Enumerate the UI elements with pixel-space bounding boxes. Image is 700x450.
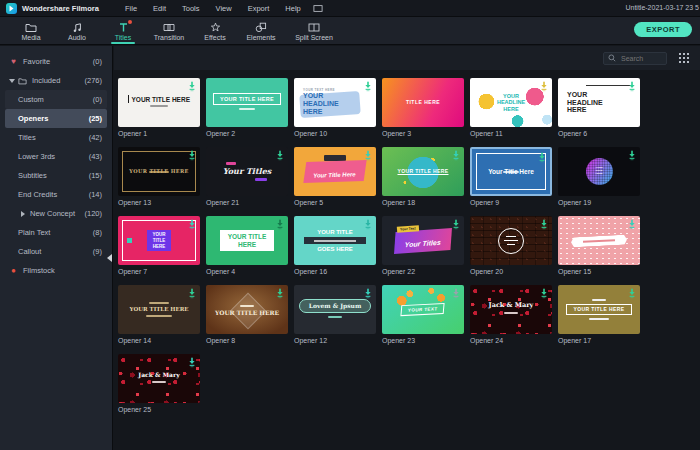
menu-view[interactable]: View bbox=[208, 4, 240, 13]
thumb-opener-20[interactable] bbox=[470, 216, 552, 265]
thumb-opener-12[interactable]: Lovem & Jpsum bbox=[294, 285, 376, 334]
expand-down-icon[interactable] bbox=[9, 79, 15, 86]
sidebar-item-included[interactable]: Included(276) bbox=[5, 71, 107, 90]
tab-effects[interactable]: Effects bbox=[192, 22, 238, 44]
thumb-opener-22[interactable]: Your TextYour Titles bbox=[382, 216, 464, 265]
tab-transition[interactable]: Transition bbox=[146, 22, 192, 44]
download-icon[interactable] bbox=[188, 81, 196, 92]
thumb-title-text: Your Title Here bbox=[313, 171, 356, 178]
thumb-opener-2[interactable]: YOUR TITLE HERE bbox=[206, 78, 288, 127]
template-cell: Opener 15 bbox=[558, 216, 640, 275]
search-box[interactable] bbox=[603, 52, 667, 65]
thumb-opener-18[interactable]: YOUR TITLE HERE bbox=[382, 147, 464, 196]
thumb-opener-5[interactable]: Your Title Here bbox=[294, 147, 376, 196]
thumb-opener-10[interactable]: YOUR TEXT HEREYOURHEADLINEHERE bbox=[294, 78, 376, 127]
download-icon[interactable] bbox=[188, 219, 196, 230]
menu-tools[interactable]: Tools bbox=[174, 4, 208, 13]
thumb-opener-6[interactable]: YOURHEADLINEHERE bbox=[558, 78, 640, 127]
menu-bar: Wondershare Filmora FileEditToolsViewExp… bbox=[0, 0, 700, 17]
sidebar-item-titles[interactable]: Titles(42) bbox=[5, 128, 107, 147]
thumb-opener-9[interactable]: Your Title Here bbox=[470, 147, 552, 196]
download-icon[interactable] bbox=[628, 219, 636, 230]
expand-right-icon[interactable] bbox=[21, 211, 28, 217]
category-count: (9) bbox=[93, 247, 102, 256]
sidebar-item-favorite[interactable]: ♥Favorite(0) bbox=[5, 52, 107, 71]
tab-audio[interactable]: Audio bbox=[54, 22, 100, 44]
download-icon[interactable] bbox=[188, 357, 196, 368]
category-count: (276) bbox=[84, 76, 102, 85]
thumb-opener-16[interactable]: YOUR TITLEGOES HERE bbox=[294, 216, 376, 265]
grid-view-icon[interactable] bbox=[679, 53, 690, 64]
download-icon[interactable] bbox=[540, 288, 548, 299]
thumb-opener-17[interactable]: YOUR TITLE HERE bbox=[558, 285, 640, 334]
export-button[interactable]: EXPORT bbox=[634, 22, 692, 37]
tab-elements[interactable]: Elements bbox=[238, 22, 284, 44]
sidebar-item-end-credits[interactable]: End Credits(14) bbox=[5, 185, 107, 204]
download-icon[interactable] bbox=[540, 81, 548, 92]
template-cell: YOURTITLEHEREOpener 7 bbox=[118, 216, 200, 275]
thumb-title-text: Jack & Mary bbox=[138, 372, 179, 379]
thumb-title-text: TITLE bbox=[153, 238, 166, 243]
menu-help[interactable]: Help bbox=[277, 4, 308, 13]
tab-split-screen[interactable]: Split Screen bbox=[284, 22, 344, 44]
panel-header bbox=[114, 46, 700, 70]
thumb-opener-4[interactable]: YOUR TITLEHERE bbox=[206, 216, 288, 265]
thumb-opener-8[interactable]: YOUR TITLE HERE bbox=[206, 285, 288, 334]
sidebar-item-subtitles[interactable]: Subtitles(15) bbox=[5, 166, 107, 185]
thumb-opener-14[interactable]: YOUR TITLE HERE bbox=[118, 285, 200, 334]
sidebar-collapse-icon[interactable] bbox=[107, 254, 112, 262]
download-icon[interactable] bbox=[188, 150, 196, 161]
thumb-opener-19[interactable]: YOURTITLEHERE bbox=[558, 147, 640, 196]
category-label: Plain Text bbox=[18, 228, 50, 237]
title-frame: YOUR TEXT bbox=[401, 303, 446, 316]
menu-edit[interactable]: Edit bbox=[145, 4, 174, 13]
download-icon[interactable] bbox=[364, 219, 372, 230]
sidebar-item-callout[interactable]: Callout(9) bbox=[5, 242, 107, 261]
template-cell: Your TitlesOpener 21 bbox=[206, 147, 288, 206]
sidebar-item-new-concept[interactable]: New Concept(120) bbox=[5, 204, 107, 223]
download-icon[interactable] bbox=[452, 288, 460, 299]
thumb-opener-13[interactable]: YOUR TITLE HERE bbox=[118, 147, 200, 196]
tab-titles[interactable]: Titles bbox=[100, 22, 146, 44]
thumb-opener-23[interactable]: YOUR TEXT bbox=[382, 285, 464, 334]
download-icon[interactable] bbox=[276, 219, 284, 230]
category-label: Titles bbox=[18, 133, 36, 142]
template-cell: TITLE HEREOpener 3 bbox=[382, 78, 464, 137]
thumb-opener-24[interactable]: Jack & Mary bbox=[470, 285, 552, 334]
template-label: Opener 6 bbox=[558, 130, 640, 137]
download-icon[interactable] bbox=[628, 150, 636, 161]
thumb-opener-11[interactable]: YOURHEADLINEHERE bbox=[470, 78, 552, 127]
download-icon[interactable] bbox=[538, 152, 546, 163]
download-icon[interactable] bbox=[364, 150, 372, 161]
template-label: Opener 20 bbox=[470, 268, 552, 275]
thumb-opener-3[interactable]: TITLE HERE bbox=[382, 78, 464, 127]
download-icon[interactable] bbox=[452, 219, 460, 230]
download-icon[interactable] bbox=[364, 288, 372, 299]
thumb-opener-1[interactable]: YOUR TITLE HERE bbox=[118, 78, 200, 127]
thumb-opener-7[interactable]: YOURTITLEHERE bbox=[118, 216, 200, 265]
sidebar-item-openers[interactable]: Openers(25) bbox=[5, 109, 107, 128]
menu-export[interactable]: Export bbox=[240, 4, 278, 13]
thumb-opener-15[interactable] bbox=[558, 216, 640, 265]
download-icon[interactable] bbox=[276, 288, 284, 299]
download-icon[interactable] bbox=[188, 288, 196, 299]
sidebar-item-custom[interactable]: Custom(0) bbox=[5, 90, 107, 109]
thumb-opener-21[interactable]: Your Titles bbox=[206, 147, 288, 196]
workspace-icon[interactable] bbox=[313, 4, 323, 13]
document-title: Untitle-2021-03-17 23 5 bbox=[625, 4, 699, 11]
tab-label: Media bbox=[21, 34, 40, 41]
download-icon[interactable] bbox=[364, 81, 372, 92]
sidebar-item-filmstock[interactable]: ●Filmstock bbox=[5, 261, 107, 280]
vintage-emblem-icon bbox=[498, 228, 524, 254]
sidebar-item-lower-3rds[interactable]: Lower 3rds(43) bbox=[5, 147, 107, 166]
tab-media[interactable]: Media bbox=[8, 22, 54, 44]
download-icon[interactable] bbox=[276, 150, 284, 161]
download-icon[interactable] bbox=[628, 81, 636, 92]
thumb-opener-25[interactable]: Jack & Mary bbox=[118, 354, 200, 403]
download-icon[interactable] bbox=[628, 288, 636, 299]
download-icon[interactable] bbox=[452, 150, 460, 161]
menu-file[interactable]: File bbox=[117, 4, 145, 13]
download-icon[interactable] bbox=[540, 219, 548, 230]
search-input[interactable] bbox=[619, 54, 662, 63]
sidebar-item-plain-text[interactable]: Plain Text(8) bbox=[5, 223, 107, 242]
